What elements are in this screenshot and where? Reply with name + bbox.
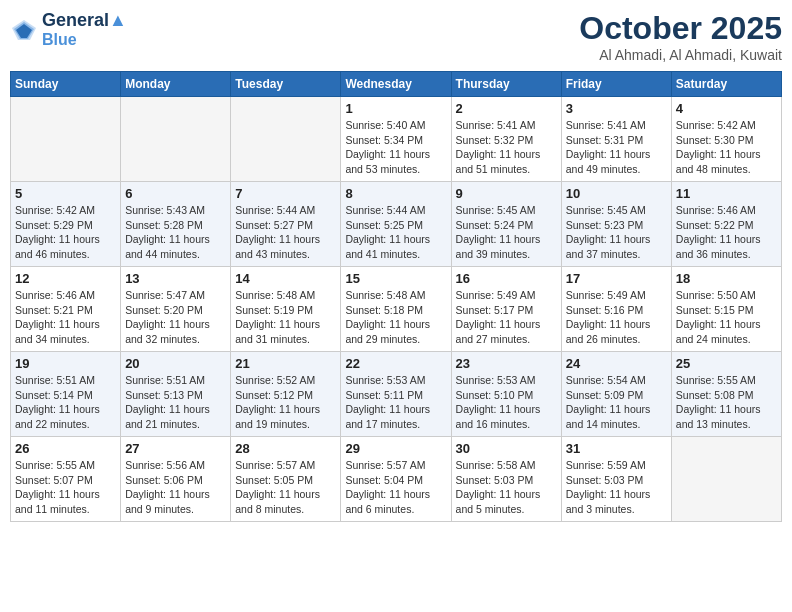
day-info: Sunrise: 5:54 AM Sunset: 5:09 PM Dayligh… xyxy=(566,373,667,432)
day-info: Sunrise: 5:50 AM Sunset: 5:15 PM Dayligh… xyxy=(676,288,777,347)
week-row-2: 5Sunrise: 5:42 AM Sunset: 5:29 PM Daylig… xyxy=(11,182,782,267)
page-header: General▲ Blue October 2025 Al Ahmadi, Al… xyxy=(10,10,782,63)
day-number: 16 xyxy=(456,271,557,286)
day-number: 25 xyxy=(676,356,777,371)
day-info: Sunrise: 5:52 AM Sunset: 5:12 PM Dayligh… xyxy=(235,373,336,432)
day-info: Sunrise: 5:40 AM Sunset: 5:34 PM Dayligh… xyxy=(345,118,446,177)
day-info: Sunrise: 5:57 AM Sunset: 5:05 PM Dayligh… xyxy=(235,458,336,517)
calendar-cell: 17Sunrise: 5:49 AM Sunset: 5:16 PM Dayli… xyxy=(561,267,671,352)
day-number: 26 xyxy=(15,441,116,456)
day-number: 10 xyxy=(566,186,667,201)
day-number: 20 xyxy=(125,356,226,371)
calendar-cell: 4Sunrise: 5:42 AM Sunset: 5:30 PM Daylig… xyxy=(671,97,781,182)
calendar-cell: 2Sunrise: 5:41 AM Sunset: 5:32 PM Daylig… xyxy=(451,97,561,182)
day-info: Sunrise: 5:44 AM Sunset: 5:25 PM Dayligh… xyxy=(345,203,446,262)
logo-text: General▲ Blue xyxy=(42,10,127,49)
day-number: 13 xyxy=(125,271,226,286)
calendar-cell: 5Sunrise: 5:42 AM Sunset: 5:29 PM Daylig… xyxy=(11,182,121,267)
calendar-cell: 26Sunrise: 5:55 AM Sunset: 5:07 PM Dayli… xyxy=(11,437,121,522)
day-number: 12 xyxy=(15,271,116,286)
month-title: October 2025 xyxy=(579,10,782,47)
day-number: 27 xyxy=(125,441,226,456)
day-info: Sunrise: 5:49 AM Sunset: 5:17 PM Dayligh… xyxy=(456,288,557,347)
calendar-cell: 8Sunrise: 5:44 AM Sunset: 5:25 PM Daylig… xyxy=(341,182,451,267)
calendar-cell: 25Sunrise: 5:55 AM Sunset: 5:08 PM Dayli… xyxy=(671,352,781,437)
calendar-table: SundayMondayTuesdayWednesdayThursdayFrid… xyxy=(10,71,782,522)
calendar-cell: 11Sunrise: 5:46 AM Sunset: 5:22 PM Dayli… xyxy=(671,182,781,267)
day-info: Sunrise: 5:47 AM Sunset: 5:20 PM Dayligh… xyxy=(125,288,226,347)
calendar-cell xyxy=(231,97,341,182)
day-info: Sunrise: 5:57 AM Sunset: 5:04 PM Dayligh… xyxy=(345,458,446,517)
day-info: Sunrise: 5:59 AM Sunset: 5:03 PM Dayligh… xyxy=(566,458,667,517)
day-number: 6 xyxy=(125,186,226,201)
calendar-cell: 30Sunrise: 5:58 AM Sunset: 5:03 PM Dayli… xyxy=(451,437,561,522)
calendar-cell: 22Sunrise: 5:53 AM Sunset: 5:11 PM Dayli… xyxy=(341,352,451,437)
calendar-cell xyxy=(121,97,231,182)
day-info: Sunrise: 5:51 AM Sunset: 5:14 PM Dayligh… xyxy=(15,373,116,432)
day-number: 29 xyxy=(345,441,446,456)
col-header-wednesday: Wednesday xyxy=(341,72,451,97)
day-info: Sunrise: 5:49 AM Sunset: 5:16 PM Dayligh… xyxy=(566,288,667,347)
calendar-cell: 13Sunrise: 5:47 AM Sunset: 5:20 PM Dayli… xyxy=(121,267,231,352)
col-header-sunday: Sunday xyxy=(11,72,121,97)
day-number: 21 xyxy=(235,356,336,371)
col-header-saturday: Saturday xyxy=(671,72,781,97)
day-number: 1 xyxy=(345,101,446,116)
calendar-cell: 6Sunrise: 5:43 AM Sunset: 5:28 PM Daylig… xyxy=(121,182,231,267)
calendar-cell: 28Sunrise: 5:57 AM Sunset: 5:05 PM Dayli… xyxy=(231,437,341,522)
calendar-cell: 1Sunrise: 5:40 AM Sunset: 5:34 PM Daylig… xyxy=(341,97,451,182)
col-header-tuesday: Tuesday xyxy=(231,72,341,97)
day-info: Sunrise: 5:45 AM Sunset: 5:24 PM Dayligh… xyxy=(456,203,557,262)
week-row-1: 1Sunrise: 5:40 AM Sunset: 5:34 PM Daylig… xyxy=(11,97,782,182)
calendar-cell: 3Sunrise: 5:41 AM Sunset: 5:31 PM Daylig… xyxy=(561,97,671,182)
calendar-cell: 27Sunrise: 5:56 AM Sunset: 5:06 PM Dayli… xyxy=(121,437,231,522)
day-number: 17 xyxy=(566,271,667,286)
calendar-cell: 7Sunrise: 5:44 AM Sunset: 5:27 PM Daylig… xyxy=(231,182,341,267)
day-info: Sunrise: 5:41 AM Sunset: 5:31 PM Dayligh… xyxy=(566,118,667,177)
day-number: 30 xyxy=(456,441,557,456)
day-number: 3 xyxy=(566,101,667,116)
day-info: Sunrise: 5:42 AM Sunset: 5:29 PM Dayligh… xyxy=(15,203,116,262)
calendar-cell: 24Sunrise: 5:54 AM Sunset: 5:09 PM Dayli… xyxy=(561,352,671,437)
calendar-cell: 20Sunrise: 5:51 AM Sunset: 5:13 PM Dayli… xyxy=(121,352,231,437)
day-info: Sunrise: 5:53 AM Sunset: 5:10 PM Dayligh… xyxy=(456,373,557,432)
day-info: Sunrise: 5:41 AM Sunset: 5:32 PM Dayligh… xyxy=(456,118,557,177)
day-number: 9 xyxy=(456,186,557,201)
day-number: 2 xyxy=(456,101,557,116)
day-info: Sunrise: 5:55 AM Sunset: 5:07 PM Dayligh… xyxy=(15,458,116,517)
logo: General▲ Blue xyxy=(10,10,127,49)
day-number: 8 xyxy=(345,186,446,201)
day-number: 31 xyxy=(566,441,667,456)
day-number: 7 xyxy=(235,186,336,201)
day-info: Sunrise: 5:55 AM Sunset: 5:08 PM Dayligh… xyxy=(676,373,777,432)
week-row-4: 19Sunrise: 5:51 AM Sunset: 5:14 PM Dayli… xyxy=(11,352,782,437)
day-number: 15 xyxy=(345,271,446,286)
col-header-thursday: Thursday xyxy=(451,72,561,97)
calendar-cell: 29Sunrise: 5:57 AM Sunset: 5:04 PM Dayli… xyxy=(341,437,451,522)
day-number: 11 xyxy=(676,186,777,201)
day-number: 19 xyxy=(15,356,116,371)
day-info: Sunrise: 5:44 AM Sunset: 5:27 PM Dayligh… xyxy=(235,203,336,262)
location: Al Ahmadi, Al Ahmadi, Kuwait xyxy=(579,47,782,63)
day-info: Sunrise: 5:46 AM Sunset: 5:22 PM Dayligh… xyxy=(676,203,777,262)
day-info: Sunrise: 5:48 AM Sunset: 5:19 PM Dayligh… xyxy=(235,288,336,347)
day-info: Sunrise: 5:45 AM Sunset: 5:23 PM Dayligh… xyxy=(566,203,667,262)
calendar-cell: 21Sunrise: 5:52 AM Sunset: 5:12 PM Dayli… xyxy=(231,352,341,437)
day-number: 14 xyxy=(235,271,336,286)
day-info: Sunrise: 5:43 AM Sunset: 5:28 PM Dayligh… xyxy=(125,203,226,262)
calendar-cell: 12Sunrise: 5:46 AM Sunset: 5:21 PM Dayli… xyxy=(11,267,121,352)
calendar-cell: 23Sunrise: 5:53 AM Sunset: 5:10 PM Dayli… xyxy=(451,352,561,437)
calendar-cell xyxy=(11,97,121,182)
day-number: 24 xyxy=(566,356,667,371)
calendar-cell: 10Sunrise: 5:45 AM Sunset: 5:23 PM Dayli… xyxy=(561,182,671,267)
title-block: October 2025 Al Ahmadi, Al Ahmadi, Kuwai… xyxy=(579,10,782,63)
day-info: Sunrise: 5:46 AM Sunset: 5:21 PM Dayligh… xyxy=(15,288,116,347)
col-header-monday: Monday xyxy=(121,72,231,97)
day-info: Sunrise: 5:51 AM Sunset: 5:13 PM Dayligh… xyxy=(125,373,226,432)
logo-icon xyxy=(10,18,38,42)
calendar-cell: 14Sunrise: 5:48 AM Sunset: 5:19 PM Dayli… xyxy=(231,267,341,352)
day-number: 4 xyxy=(676,101,777,116)
week-row-5: 26Sunrise: 5:55 AM Sunset: 5:07 PM Dayli… xyxy=(11,437,782,522)
day-info: Sunrise: 5:48 AM Sunset: 5:18 PM Dayligh… xyxy=(345,288,446,347)
day-info: Sunrise: 5:56 AM Sunset: 5:06 PM Dayligh… xyxy=(125,458,226,517)
